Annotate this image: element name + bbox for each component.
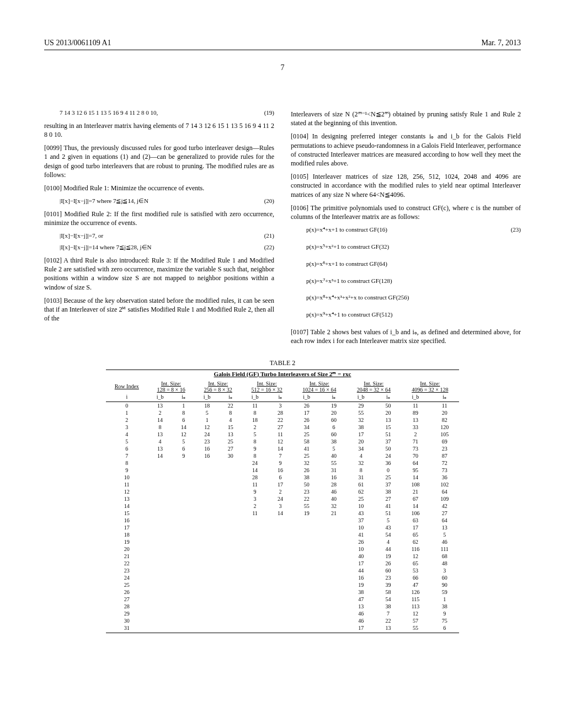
equation-21: |I[x]−I[x−j]|=7, or (21) — [60, 232, 274, 240]
table-row: 163756364 — [106, 517, 459, 524]
table-row: 6136162791441534507323 — [106, 445, 459, 452]
row-index-label: Row Index — [106, 378, 148, 393]
equation-22: |I[x]−I[x−j]|=14 where 7≦j≦28, j∈N (22) — [60, 243, 274, 251]
publication-date: Mar. 7, 2013 — [481, 39, 521, 47]
para-0102: [0102] A third Rule is also introduced: … — [44, 256, 274, 292]
table-row: 1423553210411442 — [106, 502, 459, 510]
equation-20: |I[x]−I[x−j]|=7 where 7≦j≦14, j∈N (20) — [60, 197, 274, 205]
table-row: 413122413511256017512105 — [106, 431, 459, 438]
table-row: 01311822113261929501111 — [106, 402, 459, 409]
table-row: 29467129 — [106, 610, 459, 617]
table-row: 914162631809573 — [106, 467, 459, 474]
para-0107: [0107] Table 2 shows best values of i_b … — [291, 328, 521, 345]
size-4096-header: Int. Size:4096 = 32 × 128 — [401, 378, 459, 393]
size-2048-header: Int. Size:2048 = 32 × 64 — [347, 378, 401, 393]
para-0106: [0106] The primitive polynomials used to… — [291, 204, 521, 221]
left-column: 7 14 3 12 6 15 1 13 5 16 9 4 11 2 8 0 10… — [44, 105, 274, 350]
table-row: 2140191268 — [106, 553, 459, 560]
table-row: 28133811338 — [106, 603, 459, 610]
para-0104: [0104] In designing preferred integer co… — [291, 132, 521, 168]
table-row: 1710431713 — [106, 524, 459, 531]
equation-gf32: p(x)=x⁵+x²+1 to construct GF(32) — [306, 243, 521, 251]
table-row: 3046225775 — [106, 617, 459, 624]
table-row: 8249325532366472 — [106, 459, 459, 467]
size-256-header: Int. Size:256 = 8 × 32 — [195, 378, 242, 393]
table-subheader: i i_b iₒ i_b iₒ i_b iₒ i_b iₒ i_b iₒ i_b… — [106, 393, 459, 402]
table-row: 1511141921435110627 — [106, 510, 459, 517]
para-0100: [0100] Modified Rule 1: Minimize the occ… — [44, 184, 274, 192]
size-1024-header: Int. Size:1024 = 16 × 64 — [292, 378, 347, 393]
table-row: 2146141822266032131382 — [106, 416, 459, 424]
table-row: 192646246 — [106, 538, 459, 545]
text-continuation: Interleavers of size N (2ᵐ⁻¹<N≦2ᵐ) obtai… — [291, 110, 521, 127]
table-row: 2747541151 — [106, 596, 459, 603]
data-table: Galois Field (GF) Turbo Interleavers of … — [106, 370, 459, 633]
table-row: 2217266548 — [106, 560, 459, 567]
table-row: 10286381631251436 — [106, 474, 459, 481]
table-row: 2416236660 — [106, 574, 459, 581]
table-row: 11111750286137108102 — [106, 481, 459, 488]
table-2: TABLE 2 Galois Field (GF) Turbo Interlea… — [44, 359, 521, 633]
equation-gf128: p(x)=x⁷+x³+1 to construct GF(128) — [306, 277, 521, 285]
equation-gf256: p(x)=x⁸+x⁴+x³+x²+x to construct GF(256) — [306, 293, 521, 302]
table-row: 2519394790 — [106, 581, 459, 588]
equation-gf64: p(x)=x⁶+x+1 to construct GF(64) — [306, 260, 521, 268]
table-row: 184154655 — [106, 531, 459, 538]
table-row: 26385812659 — [106, 588, 459, 596]
table-row: 5452325812583820377169 — [106, 438, 459, 445]
page-number: 7 — [44, 63, 521, 72]
right-column: Interleavers of size N (2ᵐ⁻¹<N≦2ᵐ) obtai… — [291, 105, 521, 350]
para-0099: [0099] Thus, the previously discussed ru… — [44, 143, 274, 179]
page-header: US 2013/0061109 A1 Mar. 7, 2013 — [44, 39, 521, 50]
table-subcaption: Galois Field (GF) Turbo Interleavers of … — [106, 370, 459, 378]
table-row: 133242240252767109 — [106, 495, 459, 502]
para-0101: [0101] Modified Rule 2: If the first mod… — [44, 210, 274, 227]
table-row: 714916308725404247087 — [106, 452, 459, 459]
table-row: 201044116111 — [106, 545, 459, 553]
table-caption: TABLE 2 — [44, 359, 521, 367]
size-512-header: Int. Size:512 = 16 × 32 — [242, 378, 292, 393]
equation-23: p(x)=x⁴+x+1 to construct GF(16) (23) — [306, 226, 521, 234]
table-row: 311713556 — [106, 624, 459, 633]
publication-number: US 2013/0061109 A1 — [44, 39, 111, 47]
table-row: 1292234662382164 — [106, 488, 459, 495]
size-128-header: Int. Size:128 = 8 × 16 — [148, 378, 195, 393]
table-row: 12858828172055208920 — [106, 409, 459, 416]
table-row: 38141215227346381533120 — [106, 424, 459, 431]
text-result: resulting in an Interleaver matrix havin… — [44, 121, 274, 139]
para-0105: [0105] Interleaver matrices of size 128,… — [291, 172, 521, 199]
equation-19: 7 14 3 12 6 15 1 13 5 16 9 4 11 2 8 0 10… — [60, 109, 274, 117]
table-row: 234460533 — [106, 567, 459, 574]
para-0103: [0103] Because of the key observation st… — [44, 296, 274, 323]
equation-gf512: p(x)=x⁹+x⁴+1 to construct GF(512) — [306, 311, 521, 319]
